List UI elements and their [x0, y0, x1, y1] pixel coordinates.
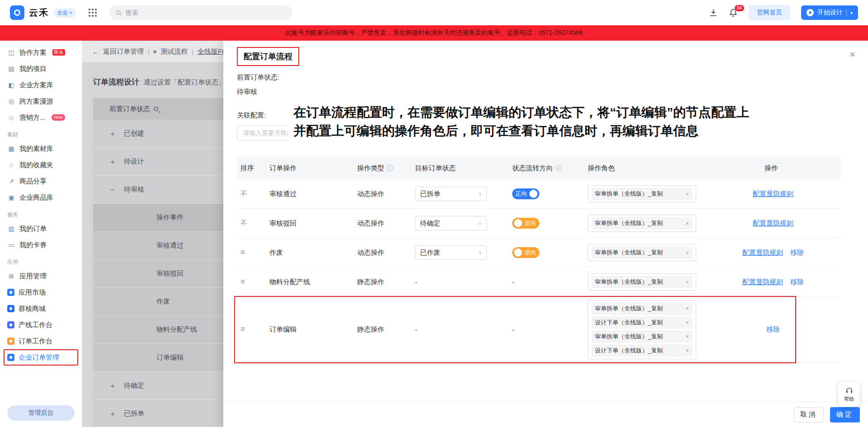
- target-status-select[interactable]: 待确定∨: [415, 216, 487, 230]
- help-button[interactable]: 帮助: [838, 382, 860, 407]
- play-icon: [807, 9, 814, 16]
- sidebar-item-collaboration[interactable]: ◫ 协作方案 限免: [4, 44, 78, 61]
- role-multiselect[interactable]: 审单拆单（全线版）_复制×: [588, 185, 696, 202]
- sidebar-item-enterprise-order-management[interactable]: 企业订单管理: [4, 349, 78, 366]
- search-icon: [116, 9, 122, 16]
- direction-toggle[interactable]: 逆向: [512, 218, 539, 229]
- target-status-empty: -: [411, 326, 509, 333]
- sort-locked-icon: 不: [241, 219, 247, 228]
- sidebar-item-production-workbench[interactable]: 产线工作台: [4, 317, 78, 333]
- role-tag: 审单拆单（全线版）_复制×: [592, 217, 692, 229]
- sidebar-item-product-share[interactable]: ↗ 商品分享: [4, 173, 78, 189]
- breadcrumb: ← 返回订单管理 | 测试流程 | 全线版FOP: [82, 41, 223, 62]
- config-visibility-link[interactable]: 配置显隐规则: [742, 278, 783, 286]
- apps-grid-icon[interactable]: [89, 9, 97, 17]
- role-tag: 审单拆单（全线版）_复制×: [592, 303, 692, 314]
- enterprise-plans-icon: ◧: [7, 81, 15, 89]
- direction-empty: -: [509, 326, 584, 333]
- global-search[interactable]: [109, 5, 292, 20]
- config-visibility-link[interactable]: 配置显隐规则: [753, 190, 793, 198]
- sidebar-item-marketing[interactable]: ◇ 营销方... new: [4, 109, 78, 126]
- background-page-dimmed: ← 返回订单管理 | 测试流程 | 全线版FOP 订单流程设计通过设置「配置订单…: [82, 41, 223, 427]
- notifications-button[interactable]: 84: [729, 8, 738, 17]
- remove-tag-icon[interactable]: ×: [685, 279, 689, 286]
- op-type: 动态操作: [354, 249, 411, 257]
- start-design-button[interactable]: 开始设计 ▾: [801, 5, 858, 20]
- toggle-knob: [529, 190, 538, 198]
- my-coupons-icon: ▭: [7, 241, 15, 249]
- enterprise-order-icon: [7, 354, 14, 361]
- remove-tag-icon[interactable]: ×: [685, 220, 689, 227]
- drag-handle-icon[interactable]: ≡: [241, 248, 245, 257]
- share-icon: ↗: [7, 178, 15, 185]
- breadcrumb-divider: |: [148, 48, 149, 55]
- back-link: 返回订单管理: [103, 47, 144, 56]
- sidebar-item-app-market[interactable]: 应用市场: [4, 284, 78, 300]
- cancel-button[interactable]: 取消: [794, 407, 824, 422]
- production-workbench-icon: [7, 321, 14, 328]
- workspace-switcher[interactable]: 企业∨: [53, 8, 76, 18]
- sidebar-item-my-projects[interactable]: ▤ 我的项目: [4, 61, 78, 77]
- help-headset-icon: [845, 387, 853, 394]
- config-visibility-link[interactable]: 配置显隐规则: [753, 219, 793, 228]
- target-status-select[interactable]: 已作废∨: [415, 245, 487, 260]
- screen: 云禾 企业∨ 84 官网首页 开始设计 ▾: [0, 0, 868, 427]
- sidebar-item-order-workbench[interactable]: 订单工作台: [4, 333, 78, 349]
- sidebar-item-enterprise-products[interactable]: ▣ 企业商品库: [4, 189, 78, 206]
- drag-handle-icon[interactable]: ≡: [241, 325, 245, 334]
- remove-tag-icon[interactable]: ×: [685, 305, 689, 312]
- sidebar-item-app-management[interactable]: ⊞ 应用管理: [4, 268, 78, 284]
- info-icon[interactable]: i: [387, 165, 393, 171]
- info-icon[interactable]: i: [555, 165, 561, 171]
- role-tag: 设计下单（全线版）_复制×: [592, 317, 692, 328]
- sidebar-item-favorites[interactable]: ☆ 我的收藏夹: [4, 157, 78, 173]
- download-icon: [709, 8, 718, 17]
- drag-handle-icon[interactable]: ≡: [241, 277, 245, 286]
- group-title-material: 素材: [7, 131, 75, 139]
- remove-tag-icon[interactable]: ×: [685, 319, 689, 326]
- official-site-button[interactable]: 官网首页: [749, 5, 790, 20]
- sidebar-item-qunhe-mall[interactable]: 群核商城: [4, 300, 78, 317]
- search-input[interactable]: [126, 9, 286, 16]
- table-row-material-assign: ≡ 物料分配产线 静态操作 - - 审单拆单（全线版）_复制× 配置显隐规则 移…: [237, 267, 841, 297]
- config-order-flow-drawer: × 配置订单流程 前置订单状态: 待审核 关联配置: ∨ 排序 订单操作 操作类…: [223, 41, 868, 427]
- confirm-button[interactable]: 确定: [830, 407, 860, 422]
- drawer-title-annotation-box: 配置订单流程: [237, 47, 299, 66]
- direction-toggle[interactable]: 逆向: [512, 247, 539, 258]
- sidebar-item-my-orders[interactable]: ▥ 我的订单: [4, 221, 78, 237]
- role-multiselect[interactable]: 审单拆单（全线版）_复制×: [588, 215, 696, 232]
- role-multiselect[interactable]: 审单拆单（全线版）_复制× 设计下单（全线版）_复制× 审单拆单（全线版）_复制…: [588, 300, 696, 359]
- remove-tag-icon[interactable]: ×: [685, 333, 689, 340]
- caret-down-icon[interactable]: ▾: [850, 10, 853, 15]
- sidebar-item-material-library[interactable]: ▦ 我的素材库: [4, 141, 78, 157]
- status-tree: 前置订单状态 +已创建 +待设计 −待审核 操作事件 审核通过 审核驳回 作废 …: [93, 98, 223, 427]
- target-status-select[interactable]: 已拆单∨: [415, 187, 487, 201]
- remove-link[interactable]: 移除: [790, 249, 804, 257]
- config-visibility-link[interactable]: 配置显隐规则: [742, 249, 783, 257]
- direction-toggle[interactable]: 正向: [512, 188, 539, 199]
- col-order-op: 订单操作: [266, 164, 354, 173]
- button-divider: [846, 9, 847, 16]
- annotation-note: 在订单流程配置时，在需要做订单编辑的订单状态下，将“订单编辑”的节点配置上 并配…: [288, 101, 814, 142]
- close-icon[interactable]: ×: [849, 50, 855, 60]
- tree-subitem-material-assign: 物料分配产线: [93, 316, 223, 344]
- role-multiselect[interactable]: 审单拆单（全线版）_复制×: [588, 244, 696, 261]
- remove-tag-icon[interactable]: ×: [685, 249, 689, 256]
- sidebar-item-enterprise-plans[interactable]: ◧ 企业方案库: [4, 77, 78, 93]
- role-tag: 审单拆单（全线版）_复制×: [592, 331, 692, 343]
- col-direction: 状态流转方向i: [509, 164, 584, 173]
- download-button[interactable]: [709, 8, 718, 17]
- op-type: 动态操作: [354, 190, 411, 198]
- order-op: 物料分配产线: [266, 278, 354, 286]
- remove-tag-icon[interactable]: ×: [685, 347, 689, 354]
- remove-link[interactable]: 移除: [790, 278, 804, 286]
- remove-tag-icon[interactable]: ×: [685, 191, 689, 197]
- order-workbench-icon: [7, 338, 14, 345]
- remove-link[interactable]: 移除: [766, 325, 780, 334]
- app-logo[interactable]: [10, 5, 24, 20]
- role-multiselect[interactable]: 审单拆单（全线版）_复制×: [588, 273, 696, 291]
- sidebar-item-my-coupons[interactable]: ▭ 我的卡券: [4, 237, 78, 253]
- sidebar-item-roam[interactable]: ◎ 跨方案漫游: [4, 93, 78, 109]
- table-row-order-edit: ≡ 订单编辑 静态操作 - - 审单拆单（全线版）_复制× 设计下单（全线版）_…: [237, 297, 841, 362]
- admin-console-button[interactable]: 管理后台: [7, 405, 75, 421]
